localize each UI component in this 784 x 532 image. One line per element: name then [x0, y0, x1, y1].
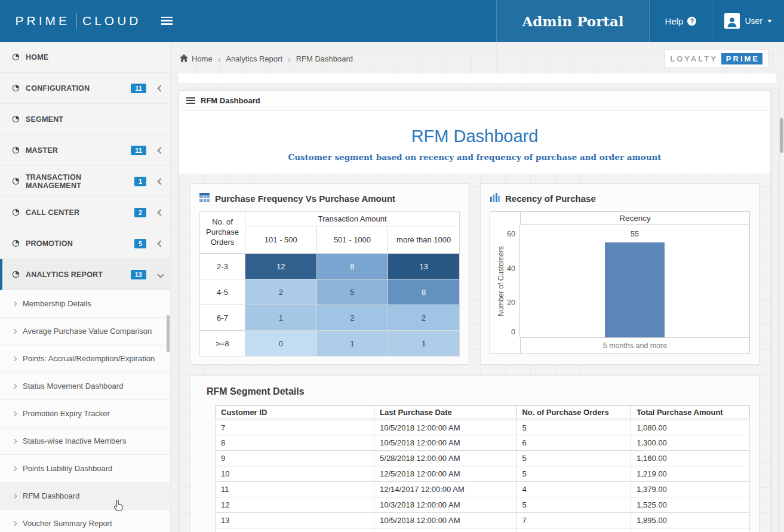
table-row: 95/28/2018 12:00:00 AM51,160.00 — [216, 451, 750, 466]
table-cell: 10/3/2018 12:00:00 AM — [374, 497, 516, 513]
heatmap-row-label: 2-3 — [200, 254, 245, 279]
table-row: 1112/14/2017 12:00:00 AM41,379.00 — [216, 482, 750, 497]
table-cell: 6 — [516, 435, 631, 451]
breadcrumb-separator: › — [218, 54, 221, 64]
sidebar-item-promotion[interactable]: PROMOTION5 — [0, 228, 170, 259]
page-title: RFM Dashboard — [179, 127, 770, 146]
sidebar-subitem-points-liability-dashboard[interactable]: Points Liability Dashboard — [0, 455, 170, 482]
heatmap-cell: 8 — [316, 254, 388, 279]
page-scrollbar-thumb[interactable] — [780, 118, 783, 153]
sidebar-item-home[interactable]: HOME — [0, 42, 170, 73]
sidebar-item-label: MASTER — [26, 146, 125, 155]
heatmap-column-header: more than 1000 — [388, 226, 460, 254]
rfm-dashboard-panel: RFM Dashboard RFM Dashboard Customer seg… — [179, 90, 771, 532]
user-menu[interactable]: User — [712, 0, 784, 42]
details-column-header-no-of-purchase-orders[interactable]: No. of Purchase Orders — [516, 406, 631, 420]
sidebar-subitem-status-movement-dashboard[interactable]: Status Movement Dashboard — [0, 373, 170, 400]
heatmap-cell: 12 — [245, 254, 317, 279]
chevron-right-icon — [12, 328, 17, 333]
table-row: 1012/5/2018 12:00:00 AM51,219.00 — [216, 466, 750, 482]
charts-row: Purchase Frequency Vs Purchase Amount No… — [190, 183, 760, 365]
table-cell: 580.00 — [631, 528, 750, 532]
sidebar-toggle-button[interactable] — [156, 0, 177, 42]
heatmap-cell: 1 — [316, 331, 388, 356]
sidebar-subitem-average-purchase-value-comparison[interactable]: Average Purchase Value Comparison — [0, 318, 170, 345]
dashboard-icon — [12, 115, 20, 123]
table-cell: 1,525.00 — [631, 497, 750, 513]
sidebar-subitem-membership-details[interactable]: Membership Details — [0, 290, 170, 318]
table-cell: 13 — [216, 513, 374, 528]
sidebar-scrollbar[interactable] — [167, 315, 170, 352]
breadcrumb-item-home[interactable]: Home — [180, 54, 213, 64]
help-button[interactable]: Help ? — [650, 0, 713, 42]
table-row: 710/5/2018 12:00:00 AM51,080.00 — [216, 420, 750, 435]
dashboard-icon — [12, 84, 20, 92]
sidebar-item-call-center[interactable]: CALL CENTER2 — [0, 197, 170, 228]
breadcrumb-label: RFM Dashboard — [296, 54, 353, 63]
heatmap-column-header: 101 - 500 — [245, 226, 317, 254]
sidebar-subitem-label: Voucher Summary Report — [23, 519, 112, 528]
heatmap-cell: 5 — [316, 279, 388, 305]
sidebar-submenu: Membership DetailsAverage Purchase Value… — [0, 290, 170, 532]
heatmap-cell: 13 — [388, 254, 460, 279]
help-label: Help — [665, 16, 684, 26]
app-logo[interactable]: PRIME CLOUD — [0, 0, 156, 42]
breadcrumb-item-rfm-dashboard[interactable]: RFM Dashboard — [296, 54, 353, 63]
sidebar-subitem-promotion-expiry-tracker[interactable]: Promotion Expiry Tracker — [0, 400, 170, 428]
sidebar-item-transaction-management[interactable]: TRANSACTION MANAGEMENT1 — [0, 166, 170, 197]
title-section: RFM Dashboard Customer segment based on … — [179, 111, 770, 174]
sidebar-subitem-label: Promotion Expiry Tracker — [23, 409, 110, 418]
sidebar-subitem-label: Average Purchase Value Comparison — [23, 327, 152, 336]
table-cell: 7 — [516, 513, 631, 528]
table-cell: 5 — [516, 451, 631, 466]
chevron-right-icon — [12, 301, 17, 306]
table-cell: 5 — [516, 420, 631, 435]
page-scrollbar[interactable] — [779, 84, 784, 532]
table-cell: 10/3/2018 12:00:00 AM — [374, 528, 516, 532]
sidebar-subitem-label: Status Movement Dashboard — [23, 382, 123, 390]
sidebar-subitem-status-wise-inactive-members[interactable]: Status-wise Inactive Members — [0, 428, 170, 455]
sidebar-item-segment[interactable]: SEGMENT — [0, 104, 170, 135]
chevron-left-icon — [157, 147, 164, 153]
sidebar-subitem-voucher-summary-report[interactable]: Voucher Summary Report — [0, 510, 170, 532]
table-cell: 10 — [216, 466, 374, 482]
recency-bar[interactable] — [605, 242, 665, 337]
heatmap-cell: 8 — [388, 279, 460, 305]
heatmap-cell: 2 — [388, 305, 460, 331]
count-badge: 11 — [131, 146, 146, 155]
page-subtitle: Customer segment based on recency and fr… — [179, 152, 770, 162]
details-column-header-customer-id[interactable]: Customer ID — [216, 406, 374, 420]
panel-menu-icon[interactable] — [186, 97, 195, 104]
table-cell: 9 — [216, 451, 374, 466]
sidebar-item-analytics-report[interactable]: ANALYTICS REPORT13 — [0, 259, 170, 290]
table-cell: 1,160.00 — [631, 451, 750, 466]
chevron-right-icon — [12, 438, 17, 443]
dashboard-icon — [12, 53, 20, 61]
breadcrumb-items: Home›Analytics Report›RFM Dashboard — [180, 54, 353, 64]
breadcrumb-label: Home — [192, 54, 213, 63]
table-row: 810/5/2018 12:00:00 AM61,300.00 — [216, 435, 750, 451]
table-cell: 4 — [516, 482, 631, 497]
dashboard-icon — [12, 208, 20, 216]
bar-value-label: 55 — [631, 230, 639, 238]
purchase-frequency-card: Purchase Frequency Vs Purchase Amount No… — [190, 183, 469, 365]
sidebar-item-configuration[interactable]: CONFIGURATION11 — [0, 73, 170, 104]
table-cell: 1,080.00 — [631, 420, 750, 435]
main-content: Home›Analytics Report›RFM Dashboard LOYA… — [170, 42, 784, 532]
sidebar-item-label: HOME — [26, 53, 163, 61]
chevron-left-icon — [157, 240, 164, 247]
details-column-header-total-purchase-amount[interactable]: Total Purchase Amount — [631, 406, 750, 420]
sidebar-item-master[interactable]: MASTER11 — [0, 135, 170, 166]
table-cell: 5 — [516, 497, 631, 513]
table-row: 1410/3/2018 12:00:00 AM3580.00 — [216, 528, 750, 532]
sidebar-subitem-points-accrual-redemption-expiration[interactable]: Points: Accrual/Redemption/Expiration — [0, 345, 170, 373]
sidebar-subitem-label: Points Liability Dashboard — [23, 464, 112, 473]
sidebar-item-label: PROMOTION — [26, 239, 128, 248]
chevron-down-icon — [157, 271, 164, 278]
sidebar-subitem-rfm-dashboard[interactable]: RFM Dashboard — [0, 482, 170, 510]
content-strip — [179, 73, 776, 83]
breadcrumb-item-analytics-report[interactable]: Analytics Report — [226, 54, 282, 63]
recency-card: Recency of Purchase Recency Number of Cu… — [480, 183, 760, 365]
details-column-header-last-purchase-date[interactable]: Last Purchase Date — [374, 406, 516, 420]
recency-bar-chart: Recency Number of Customers 6040200 55 5… — [490, 211, 750, 353]
